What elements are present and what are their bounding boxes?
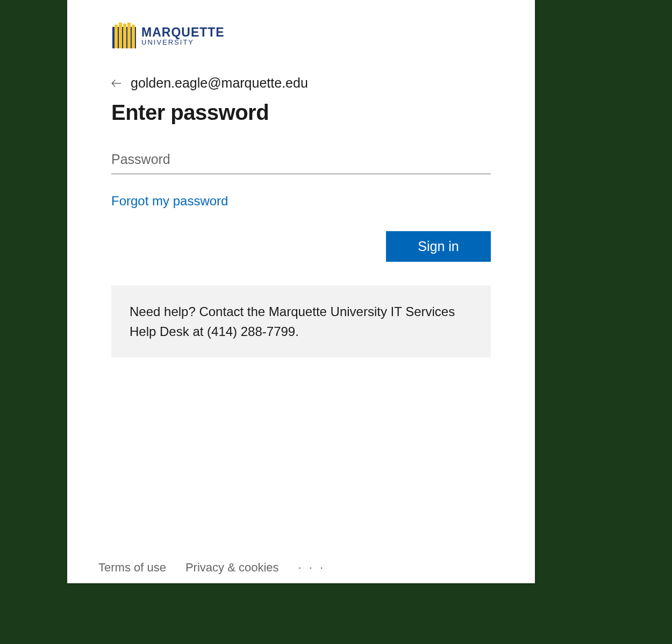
identity-row: golden.eagle@marquette.edu bbox=[111, 75, 491, 91]
footer: Terms of use Privacy & cookies · · · bbox=[67, 561, 535, 575]
forgot-password-link[interactable]: Forgot my password bbox=[111, 194, 228, 209]
back-arrow-icon[interactable] bbox=[110, 77, 123, 90]
more-options-icon[interactable]: · · · bbox=[298, 561, 326, 575]
privacy-link[interactable]: Privacy & cookies bbox=[185, 561, 279, 575]
page-title: Enter password bbox=[111, 101, 491, 125]
identity-email: golden.eagle@marquette.edu bbox=[131, 75, 308, 91]
brand-logo-text: MARQUETTE UNIVERSITY bbox=[141, 26, 225, 46]
brand-subname: UNIVERSITY bbox=[141, 39, 225, 46]
brand-logo: MARQUETTE UNIVERSITY bbox=[111, 23, 491, 49]
brand-logo-mark bbox=[111, 23, 137, 49]
signin-card: MARQUETTE UNIVERSITY golden.eagle@marque… bbox=[67, 0, 535, 583]
password-input[interactable] bbox=[111, 151, 491, 174]
help-text: Need help? Contact the Marquette Univers… bbox=[111, 285, 491, 357]
signin-button[interactable]: Sign in bbox=[386, 231, 491, 262]
terms-link[interactable]: Terms of use bbox=[98, 561, 166, 575]
brand-name: MARQUETTE bbox=[141, 26, 225, 39]
